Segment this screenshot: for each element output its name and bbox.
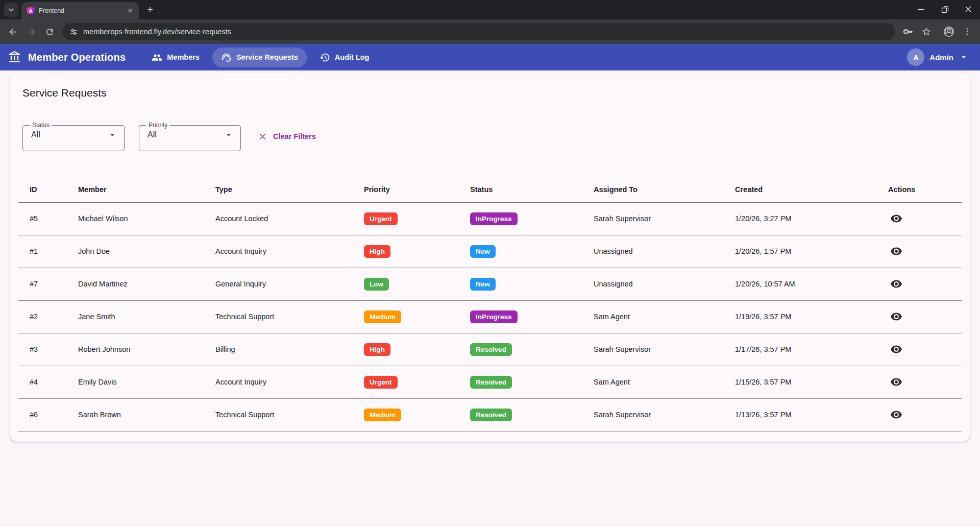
eye-icon [890,343,902,355]
star-icon [921,27,932,37]
clear-filters-button[interactable]: Clear Filters [258,132,316,141]
nav-item-service-requests[interactable]: Service Requests [212,47,307,67]
cell-type: Technical Support [204,300,353,333]
view-request-button[interactable] [886,241,906,261]
cell-created: 1/19/26, 3:57 PM [724,300,877,333]
nav-item-members[interactable]: Members [143,47,208,67]
reload-button[interactable] [41,23,58,40]
tab-search-button[interactable] [4,3,18,17]
status-badge: Resolved [470,409,512,421]
view-request-button[interactable] [886,372,906,392]
user-menu[interactable]: A Admin [907,49,969,66]
url-text: memberops-frontend.fly.dev/service-reque… [83,28,231,36]
cell-assigned: Sarah Supervisor [582,202,724,235]
eye-icon [890,212,902,225]
cell-member: Jane Smith [67,300,204,333]
eye-icon [890,245,902,257]
browser-profile-button[interactable] [940,23,958,40]
window-controls [910,0,980,18]
status-badge: Resolved [470,343,512,356]
cell-type: Account Inquiry [204,235,353,268]
status-filter-label: Status [30,122,52,129]
cell-actions [877,268,962,300]
window-minimize-button[interactable] [910,0,933,18]
cell-member: Michael Wilson [67,202,204,235]
table-header: ID Member Type Priority Status Assigned … [18,177,962,202]
status-badge: InProgress [470,212,518,225]
cell-priority: Urgent [353,202,459,235]
table-row: #5 Michael Wilson Account Locked Urgent … [18,202,962,235]
col-header-status: Status [459,177,582,202]
cell-actions [877,398,962,431]
eye-icon [890,409,902,421]
view-request-button[interactable] [886,208,906,229]
cell-id: #2 [18,300,67,333]
user-avatar: A [907,49,924,66]
cell-priority: Medium [353,398,459,431]
site-controls-icon [69,28,78,36]
nav-item-audit-log[interactable]: Audit Log [311,47,378,67]
status-filter-value: All [31,130,40,139]
priority-badge: Urgent [364,212,398,225]
status-filter-select[interactable]: Status All [22,122,125,151]
bank-icon [8,51,21,64]
status-badge: New [470,245,496,258]
status-badge: InProgress [470,310,518,323]
cell-type: General Inquiry [204,268,353,300]
cell-created: 1/20/26, 10:57 AM [724,268,877,300]
cell-actions [877,235,962,268]
browser-toolbar: memberops-frontend.fly.dev/service-reque… [0,19,980,44]
col-header-member: Member [67,177,204,202]
three-dots-icon [963,27,972,36]
view-request-button[interactable] [886,274,906,294]
priority-badge: Low [364,278,389,291]
eye-icon [890,376,902,388]
new-tab-button[interactable]: + [143,3,157,17]
cell-id: #5 [18,202,67,235]
view-request-button[interactable] [886,306,906,327]
cell-member: David Martinez [67,268,204,300]
cell-priority: High [353,333,459,366]
priority-badge: Medium [364,409,401,421]
priority-filter-value: All [148,130,157,139]
cell-status: New [459,268,582,300]
priority-filter-select[interactable]: Priority All [139,122,241,151]
caret-down-icon [107,129,118,140]
cell-actions [877,333,962,366]
view-request-button[interactable] [886,339,906,360]
browser-tab[interactable]: A Frontend ✕ [21,2,139,19]
cell-actions [877,300,962,333]
cell-actions [877,202,962,235]
cell-priority: Low [353,268,459,300]
app-brand[interactable]: Member Operations [8,51,126,64]
tab-title: Frontend [39,7,121,14]
cell-priority: Urgent [353,366,459,398]
cell-type: Account Locked [204,202,353,235]
cell-assigned: Unassigned [582,268,724,300]
url-bar[interactable]: memberops-frontend.fly.dev/service-reque… [62,23,895,40]
history-icon [320,52,330,63]
browser-menu-button[interactable] [959,23,976,40]
col-header-id: ID [18,177,67,202]
window-restore-button[interactable] [933,0,957,18]
back-button[interactable] [4,23,21,40]
cell-created: 1/17/26, 3:57 PM [724,333,877,366]
col-header-type: Type [204,177,353,202]
cell-created: 1/13/26, 3:57 PM [724,398,877,431]
table-row: #3 Robert Johnson Billing High Resolved … [18,333,962,366]
tab-close-icon[interactable]: ✕ [126,6,135,15]
table-row: #7 David Martinez General Inquiry Low Ne… [18,268,962,300]
cell-member: Emily Davis [67,366,204,398]
table-body: #5 Michael Wilson Account Locked Urgent … [18,202,962,431]
window-close-button[interactable] [957,0,980,18]
cell-status: Resolved [459,333,582,366]
view-request-button[interactable] [886,404,906,425]
cell-created: 1/15/26, 3:57 PM [724,366,877,398]
bookmark-button[interactable] [918,23,935,40]
nav-item-label: Service Requests [236,53,298,61]
cell-member: Sarah Brown [67,398,204,431]
password-manager-button[interactable] [899,23,917,40]
service-requests-card: Service Requests Status All Priority All… [10,73,970,442]
refresh-icon [45,27,55,37]
app-title: Member Operations [28,52,126,63]
